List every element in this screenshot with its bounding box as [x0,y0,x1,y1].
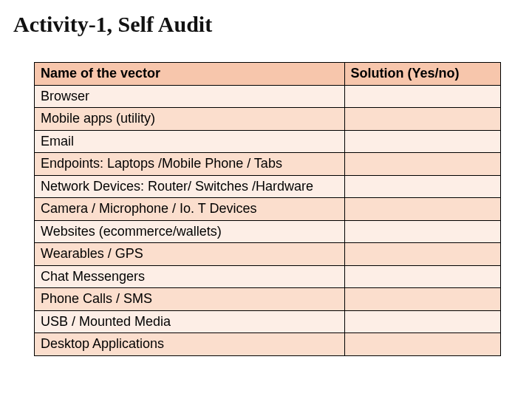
header-solution: Solution (Yes/no) [344,63,500,86]
table-row: Camera / Microphone / Io. T Devices [35,198,501,221]
cell-solution [344,243,500,266]
table-row: Chat Messengers [35,265,501,288]
table-row: Email [35,130,501,153]
header-name: Name of the vector [35,63,345,86]
audit-table-container: Name of the vector Solution (Yes/no) Bro… [34,62,501,356]
cell-solution [344,130,500,153]
cell-name: Camera / Microphone / Io. T Devices [35,198,345,221]
cell-solution [344,333,500,356]
table-header-row: Name of the vector Solution (Yes/no) [35,63,501,86]
slide: Activity-1, Self Audit Name of the vecto… [0,0,532,399]
cell-solution [344,198,500,221]
table-row: Endpoints: Laptops /Mobile Phone / Tabs [35,153,501,176]
cell-name: Phone Calls / SMS [35,288,345,311]
page-title: Activity-1, Self Audit [13,12,212,37]
cell-name: Email [35,130,345,153]
cell-name: Browser [35,85,345,108]
cell-name: Wearables / GPS [35,243,345,266]
cell-solution [344,310,500,333]
cell-solution [344,265,500,288]
cell-solution [344,175,500,198]
cell-name: Websites (ecommerce/wallets) [35,220,345,243]
cell-solution [344,288,500,311]
audit-table: Name of the vector Solution (Yes/no) Bro… [34,62,501,356]
cell-name: Chat Messengers [35,265,345,288]
table-row: Phone Calls / SMS [35,288,501,311]
cell-name: Endpoints: Laptops /Mobile Phone / Tabs [35,153,345,176]
table-row: USB / Mounted Media [35,310,501,333]
cell-solution [344,153,500,176]
table-row: Network Devices: Router/ Switches /Hardw… [35,175,501,198]
table-row: Wearables / GPS [35,243,501,266]
cell-name: Mobile apps (utility) [35,108,345,131]
cell-solution [344,85,500,108]
cell-name: USB / Mounted Media [35,310,345,333]
table-row: Mobile apps (utility) [35,108,501,131]
table-row: Desktop Applications [35,333,501,356]
table-row: Browser [35,85,501,108]
table-row: Websites (ecommerce/wallets) [35,220,501,243]
cell-solution [344,220,500,243]
cell-solution [344,108,500,131]
cell-name: Network Devices: Router/ Switches /Hardw… [35,175,345,198]
cell-name: Desktop Applications [35,333,345,356]
